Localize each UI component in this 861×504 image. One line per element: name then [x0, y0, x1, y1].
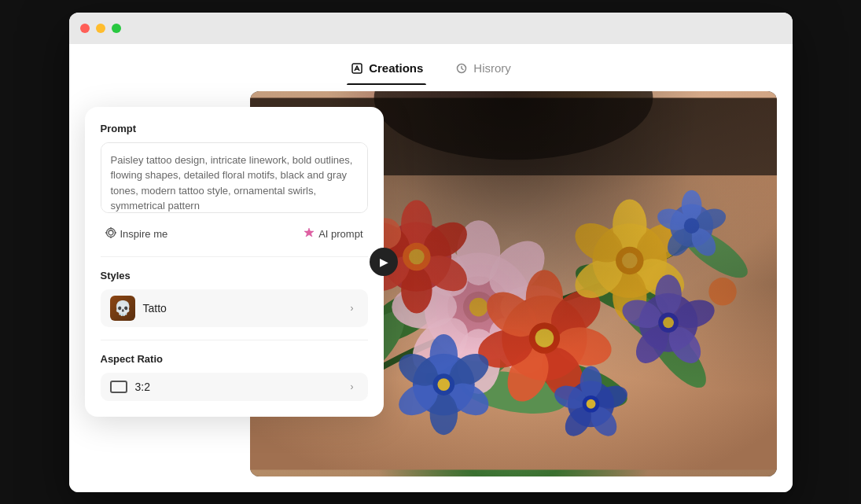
- tab-bar: Creations Hisrory: [69, 44, 793, 85]
- tab-history[interactable]: Hisrory: [451, 55, 514, 85]
- styles-section: Styles 💀 Tatto ›: [101, 270, 368, 327]
- inspire-icon: [105, 227, 116, 241]
- aspect-ratio-section: Aspect Ratio 3:2 ›: [101, 353, 368, 401]
- ai-prompt-button[interactable]: AI prompt: [299, 224, 367, 244]
- content-area: Creations Hisrory: [69, 44, 793, 492]
- tab-creations[interactable]: Creations: [347, 55, 426, 85]
- close-button[interactable]: [80, 24, 90, 33]
- aspect-left: 3:2: [110, 381, 150, 393]
- history-icon: [454, 61, 469, 75]
- style-left: 💀 Tatto: [110, 296, 167, 321]
- title-bar: [69, 13, 793, 44]
- style-name-label: Tatto: [143, 302, 167, 315]
- chevron-right-icon: ›: [346, 302, 359, 315]
- prompt-textarea[interactable]: Paisley tattoo design, intricate linewor…: [101, 142, 368, 213]
- tab-history-label: Hisrory: [473, 61, 511, 75]
- svg-point-92: [109, 230, 113, 235]
- aspect-ratio-label: Aspect Ratio: [101, 353, 368, 365]
- minimize-button[interactable]: [96, 24, 105, 33]
- styles-label: Styles: [101, 270, 368, 281]
- generate-button[interactable]: ▶: [370, 248, 398, 276]
- aspect-ratio-icon: [110, 381, 127, 393]
- browser-window: Creations Hisrory: [69, 13, 793, 492]
- ai-prompt-label: AI prompt: [318, 228, 362, 240]
- inspire-me-label: Inspire me: [120, 228, 168, 240]
- divider-1: [101, 256, 368, 257]
- svg-point-91: [106, 228, 115, 237]
- prompt-label: Prompt: [101, 123, 368, 134]
- svg-rect-0: [352, 64, 362, 73]
- tab-creations-label: Creations: [369, 61, 423, 75]
- aspect-ratio-value: 3:2: [135, 381, 150, 393]
- divider-2: [101, 340, 368, 340]
- prompt-actions: Inspire me AI prompt: [101, 224, 368, 244]
- style-selector[interactable]: 💀 Tatto ›: [101, 289, 368, 327]
- creations-icon: [350, 61, 364, 75]
- arrow-icon: ▶: [380, 256, 388, 268]
- style-thumbnail: 💀: [110, 296, 135, 321]
- style-skull-icon: 💀: [114, 300, 131, 317]
- aspect-ratio-selector[interactable]: 3:2 ›: [101, 373, 368, 401]
- ai-icon: [304, 227, 315, 241]
- maximize-button[interactable]: [112, 24, 121, 33]
- inspire-me-button[interactable]: Inspire me: [101, 224, 173, 244]
- prompt-panel: ▶ Prompt Paisley tattoo design, intricat…: [85, 107, 384, 417]
- aspect-chevron-right-icon: ›: [346, 381, 359, 393]
